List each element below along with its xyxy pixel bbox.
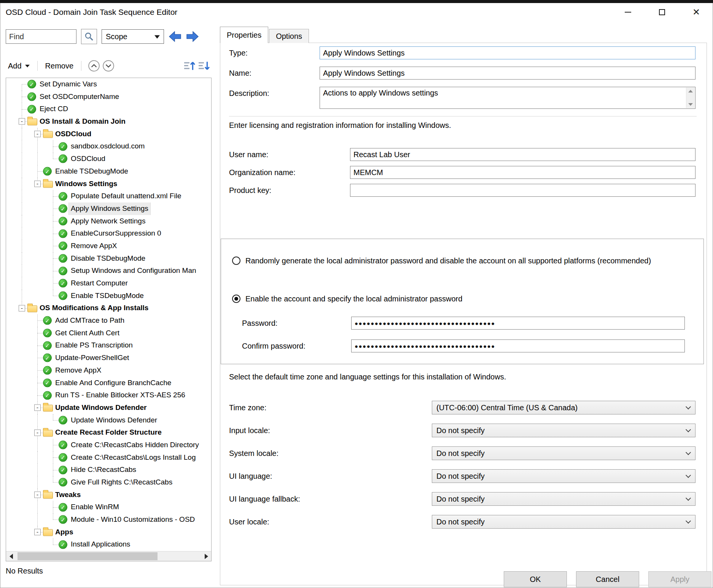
move-step-down-button[interactable] <box>197 59 212 73</box>
find-next-button[interactable] <box>186 31 199 42</box>
minimize-button[interactable] <box>619 5 637 20</box>
tree-item[interactable]: ✓Restart Computer <box>6 277 211 290</box>
move-step-up-button[interactable] <box>183 59 197 73</box>
tab-options[interactable]: Options <box>269 29 309 43</box>
tree-connector-line <box>53 470 59 470</box>
name-field[interactable] <box>320 67 695 80</box>
tree-item[interactable]: ✓OSDCloud <box>6 153 211 165</box>
search-button[interactable] <box>81 29 97 44</box>
description-field[interactable]: Actions to apply Windows settings <box>320 87 695 109</box>
locale-dropdown[interactable]: Do not specify <box>432 469 695 483</box>
triangle-left-icon <box>10 554 13 559</box>
tree-item[interactable]: ✓Setup Windows and Configuration Man <box>6 265 211 277</box>
confirm-password-dots: ●●●●●●●●●●●●●●●●●●●●●●●●●●●●●●●●●●● <box>355 343 495 349</box>
tree-item[interactable]: ✓sandbox.osdcloud.com <box>6 140 211 153</box>
scope-dropdown[interactable]: Scope <box>102 29 164 44</box>
tree-item[interactable]: -Apps <box>6 526 211 539</box>
licensing-heading: Enter licensing and registration informa… <box>229 121 451 130</box>
expander-icon[interactable]: - <box>34 529 41 535</box>
tree-item[interactable]: ✓Populate Default unattend.xml File <box>6 190 211 202</box>
tree-item[interactable]: ✓Give Full Rights C:\RecastCabs <box>6 476 211 489</box>
tree-item[interactable]: ✓Apply Network Settings <box>6 215 211 228</box>
scroll-down-button[interactable] <box>686 101 695 108</box>
cancel-button[interactable]: Cancel <box>576 571 639 587</box>
tree-connector-line <box>37 464 38 476</box>
product-key-field[interactable] <box>350 184 695 197</box>
tree-item[interactable]: ✓Create C:\RecastCabs\Logs Install Log <box>6 451 211 464</box>
tree-item[interactable]: ✓Hide C:\RecastCabs <box>6 464 211 476</box>
scroll-right-button[interactable] <box>201 551 211 561</box>
radio-option-enable[interactable]: Enable the account and specify the local… <box>232 294 696 304</box>
locale-dropdown[interactable]: Do not specify <box>432 446 695 460</box>
tab-properties[interactable]: Properties <box>220 27 268 43</box>
tree-item[interactable]: ✓Get Client Auth Cert <box>6 327 211 339</box>
expander-icon[interactable]: - <box>19 305 25 311</box>
type-field[interactable] <box>320 46 695 59</box>
tree-item[interactable]: -Create Recast Folder Structure <box>6 426 211 439</box>
tree-toolbar: Add Remove <box>6 58 212 74</box>
tree-item[interactable]: ✓Update Windows Defender <box>6 414 211 427</box>
maximize-icon <box>659 9 665 15</box>
tree-item[interactable]: ✓Module - Win10 Customizations - OSD <box>6 513 211 526</box>
maximize-button[interactable] <box>653 5 671 20</box>
tree-item[interactable]: ✓Remove AppX <box>6 364 211 377</box>
expander-icon[interactable]: - <box>34 429 41 436</box>
tree-item[interactable]: ✓Install Applications <box>6 538 211 551</box>
expander-icon[interactable]: - <box>34 492 41 498</box>
locale-dropdown[interactable]: Do not specify <box>432 424 695 437</box>
password-field[interactable]: ●●●●●●●●●●●●●●●●●●●●●●●●●●●●●●●●●●● <box>351 317 685 330</box>
tree-item[interactable]: ✓Enable And Configure BranchCache <box>6 377 211 389</box>
check-icon: ✓ <box>59 266 67 275</box>
tree-item[interactable]: ✓Enable PS Transcription <box>6 339 211 352</box>
expander-icon[interactable]: - <box>34 405 41 411</box>
tree-item[interactable]: -OS Modifications & App Installs <box>6 302 211 314</box>
tree-item[interactable]: ✓Enable WinRM <box>6 501 211 513</box>
scroll-up-button[interactable] <box>686 88 695 95</box>
confirm-password-field[interactable]: ●●●●●●●●●●●●●●●●●●●●●●●●●●●●●●●●●●● <box>351 339 685 352</box>
tree-item[interactable]: ✓Set OSDComputerName <box>6 91 211 103</box>
check-icon: ✓ <box>59 155 67 163</box>
tree-item[interactable]: ✓Update-PowerShellGet <box>6 352 211 364</box>
expander-icon[interactable]: - <box>19 118 25 125</box>
radio-option-random[interactable]: Randomly generate the local administrato… <box>232 256 696 266</box>
tree-item[interactable]: ✓Enable TSDebugMode <box>6 290 211 302</box>
tree-item[interactable]: ✓Run TS - Enable Bitlocker XTS-AES 256 <box>6 389 211 402</box>
description-scrollbar[interactable] <box>686 88 695 108</box>
tree-item[interactable]: ✓EnableCursorSuppression 0 <box>6 227 211 240</box>
tree-item[interactable]: ✓Disable TSDebugMode <box>6 252 211 265</box>
user-name-field[interactable] <box>350 148 695 161</box>
expand-all-button[interactable] <box>101 59 116 73</box>
tree-item[interactable]: ✓Set Dynamic Vars <box>6 78 211 91</box>
tree-item[interactable]: -OSDCloud <box>6 128 211 140</box>
tree-item[interactable]: -Windows Settings <box>6 178 211 190</box>
find-input[interactable] <box>6 29 76 44</box>
expander-icon[interactable]: - <box>34 180 41 187</box>
tree-item[interactable]: ✓Remove AppX <box>6 240 211 252</box>
tree-item[interactable]: -Tweaks <box>6 489 211 501</box>
tree-horizontal-scrollbar[interactable] <box>6 551 211 561</box>
remove-button[interactable]: Remove <box>43 62 76 70</box>
close-button[interactable]: ✕ <box>688 5 705 20</box>
tree-item[interactable]: ✓Eject CD <box>6 103 211 115</box>
locale-dropdown[interactable]: Do not specify <box>432 515 695 529</box>
organization-field[interactable] <box>350 166 695 179</box>
tree-item[interactable]: -OS Install & Domain Join <box>6 115 211 128</box>
find-previous-button[interactable] <box>169 31 181 42</box>
tree-item[interactable]: ✓Add CMTrace to Path <box>6 314 211 327</box>
locale-dropdown[interactable]: Do not specify <box>432 492 695 506</box>
expander-icon[interactable]: - <box>34 131 41 137</box>
scope-value: Scope <box>106 32 127 41</box>
add-button[interactable]: Add <box>6 62 32 70</box>
scroll-left-button[interactable] <box>6 551 16 561</box>
tree-item[interactable]: ✓Enable TSDebugMode <box>6 165 211 178</box>
locale-dropdown[interactable]: (UTC-06:00) Central Time (US & Canada) <box>432 401 695 414</box>
search-status: No Results <box>6 567 212 575</box>
tree-item[interactable]: ✓Apply Windows Settings <box>6 202 211 215</box>
check-icon: ✓ <box>59 515 67 524</box>
apply-button[interactable]: Apply <box>648 571 711 587</box>
ok-button[interactable]: OK <box>504 571 567 587</box>
collapse-all-button[interactable] <box>87 59 101 73</box>
tree-item[interactable]: -Update Windows Defender <box>6 402 211 414</box>
tree-item[interactable]: ✓Create C:\RecastCabs Hidden Directory <box>6 439 211 451</box>
scrollbar-thumb[interactable] <box>18 552 158 560</box>
